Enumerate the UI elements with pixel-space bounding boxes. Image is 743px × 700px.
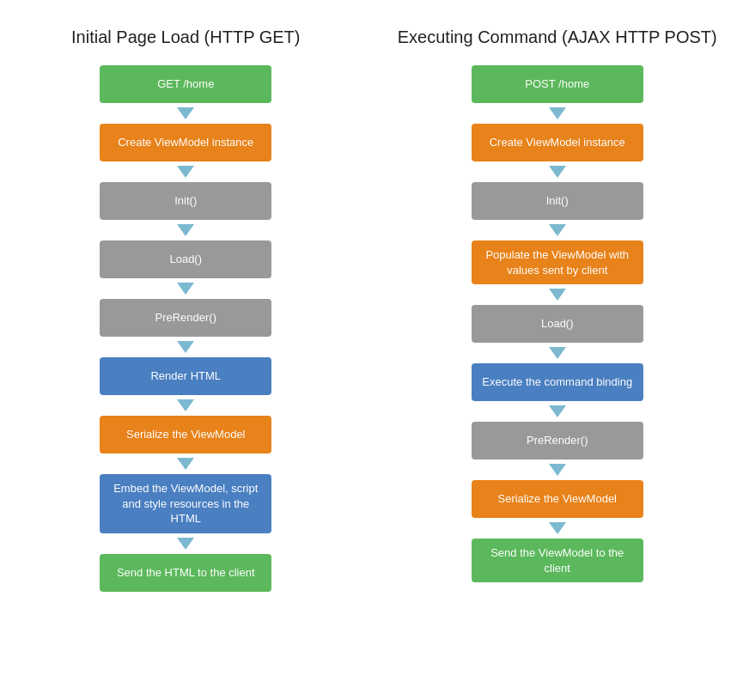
flow-arrow-0 <box>177 107 194 119</box>
flow-step-6: PreRender() <box>472 422 643 460</box>
left-flow: GET /homeCreate ViewModel instanceInit()… <box>26 65 346 592</box>
flow-step-1: Create ViewModel instance <box>472 124 643 161</box>
flow-step-0: GET /home <box>100 65 271 103</box>
right-diagram: Executing Command (AJAX HTTP POST) POST … <box>398 26 718 592</box>
flow-step-2: Init() <box>472 182 643 220</box>
flow-arrow-3 <box>177 283 194 295</box>
flow-arrow-7 <box>549 522 566 534</box>
flow-step-7: Embed the ViewModel, script and style re… <box>100 474 271 533</box>
flow-step-3: Load() <box>100 240 271 278</box>
flow-arrow-5 <box>549 405 566 417</box>
flow-step-1: Create ViewModel instance <box>100 124 271 161</box>
flow-step-2: Init() <box>100 182 271 220</box>
flow-arrow-1 <box>177 166 194 178</box>
flow-arrow-6 <box>177 458 194 470</box>
right-flow: POST /homeCreate ViewModel instanceInit(… <box>398 65 718 582</box>
flow-arrow-1 <box>549 166 566 178</box>
flow-arrow-2 <box>177 224 194 236</box>
right-diagram-title: Executing Command (AJAX HTTP POST) <box>398 26 717 48</box>
flow-step-4: PreRender() <box>100 299 271 337</box>
diagrams-container: Initial Page Load (HTTP GET) GET /homeCr… <box>26 17 717 592</box>
flow-step-8: Send the ViewModel to the client <box>472 539 643 582</box>
left-diagram: Initial Page Load (HTTP GET) GET /homeCr… <box>26 26 346 592</box>
flow-step-8: Send the HTML to the client <box>100 554 271 592</box>
flow-arrow-2 <box>549 224 566 236</box>
flow-arrow-4 <box>549 347 566 359</box>
flow-step-5: Execute the command binding <box>472 363 643 401</box>
flow-step-7: Serialize the ViewModel <box>472 480 643 518</box>
flow-step-6: Serialize the ViewModel <box>100 416 271 453</box>
flow-arrow-6 <box>549 464 566 476</box>
flow-arrow-3 <box>549 289 566 301</box>
flow-arrow-5 <box>177 399 194 411</box>
flow-arrow-0 <box>549 107 566 119</box>
flow-arrow-4 <box>177 341 194 353</box>
flow-step-5: Render HTML <box>100 357 271 395</box>
flow-step-0: POST /home <box>472 65 643 103</box>
left-diagram-title: Initial Page Load (HTTP GET) <box>71 26 300 48</box>
flow-step-4: Load() <box>472 305 643 343</box>
flow-arrow-7 <box>177 538 194 550</box>
flow-step-3: Populate the ViewModel with values sent … <box>472 240 643 284</box>
